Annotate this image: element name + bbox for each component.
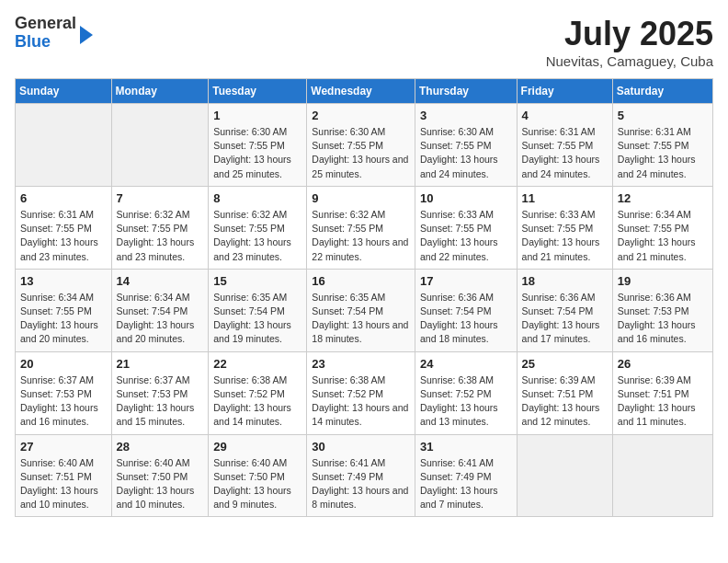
weekday-header-sunday: Sunday — [16, 79, 112, 104]
day-info: Sunrise: 6:40 AMSunset: 7:50 PMDaylight:… — [213, 456, 301, 512]
logo-general: General — [15, 14, 76, 32]
day-info: Sunrise: 6:34 AMSunset: 7:55 PMDaylight:… — [618, 208, 708, 264]
day-info: Sunrise: 6:37 AMSunset: 7:53 PMDaylight:… — [117, 373, 204, 430]
day-number: 7 — [117, 191, 204, 205]
weekday-header-saturday: Saturday — [612, 79, 712, 104]
day-info: Sunrise: 6:34 AMSunset: 7:54 PMDaylight:… — [117, 291, 204, 347]
day-info: Sunrise: 6:35 AMSunset: 7:54 PMDaylight:… — [213, 291, 301, 347]
day-cell: 16Sunrise: 6:35 AMSunset: 7:54 PMDayligh… — [307, 269, 415, 351]
logo-blue: Blue — [15, 32, 51, 51]
day-cell: 27Sunrise: 6:40 AMSunset: 7:51 PMDayligh… — [16, 434, 112, 517]
day-cell: 18Sunrise: 6:36 AMSunset: 7:54 PMDayligh… — [517, 269, 612, 351]
day-cell: 24Sunrise: 6:38 AMSunset: 7:52 PMDayligh… — [415, 351, 517, 434]
weekday-header-friday: Friday — [517, 79, 612, 104]
weekday-header-wednesday: Wednesday — [307, 79, 415, 104]
location-subtitle: Nuevitas, Camaguey, Cuba — [546, 53, 713, 69]
day-number: 4 — [522, 109, 608, 122]
day-number: 11 — [522, 191, 608, 205]
day-info: Sunrise: 6:32 AMSunset: 7:55 PMDaylight:… — [213, 208, 301, 264]
week-row-5: 27Sunrise: 6:40 AMSunset: 7:51 PMDayligh… — [16, 434, 713, 517]
day-cell — [612, 434, 712, 517]
day-cell: 13Sunrise: 6:34 AMSunset: 7:55 PMDayligh… — [16, 269, 112, 351]
day-number: 13 — [20, 274, 107, 288]
day-cell: 11Sunrise: 6:33 AMSunset: 7:55 PMDayligh… — [517, 186, 612, 269]
day-number: 31 — [420, 440, 512, 454]
day-cell: 12Sunrise: 6:34 AMSunset: 7:55 PMDayligh… — [612, 186, 712, 269]
day-info: Sunrise: 6:32 AMSunset: 7:55 PMDaylight:… — [312, 208, 410, 264]
day-info: Sunrise: 6:31 AMSunset: 7:55 PMDaylight:… — [20, 208, 107, 264]
month-title: July 2025 — [546, 15, 713, 53]
weekday-header-monday: Monday — [111, 79, 209, 104]
day-info: Sunrise: 6:30 AMSunset: 7:55 PMDaylight:… — [420, 125, 512, 181]
day-number: 17 — [420, 274, 512, 288]
day-cell: 26Sunrise: 6:39 AMSunset: 7:51 PMDayligh… — [612, 351, 712, 434]
day-cell: 4Sunrise: 6:31 AMSunset: 7:55 PMDaylight… — [517, 104, 612, 187]
day-number: 10 — [420, 191, 512, 205]
day-number: 26 — [618, 357, 708, 371]
day-number: 22 — [213, 357, 301, 371]
day-cell — [517, 434, 612, 517]
day-cell: 2Sunrise: 6:30 AMSunset: 7:55 PMDaylight… — [307, 104, 415, 187]
day-cell: 6Sunrise: 6:31 AMSunset: 7:55 PMDaylight… — [16, 186, 112, 269]
day-cell — [111, 104, 209, 187]
weekday-header-thursday: Thursday — [415, 79, 517, 104]
day-number: 8 — [213, 191, 301, 205]
day-cell: 28Sunrise: 6:40 AMSunset: 7:50 PMDayligh… — [111, 434, 209, 517]
day-info: Sunrise: 6:36 AMSunset: 7:54 PMDaylight:… — [420, 291, 512, 347]
week-row-4: 20Sunrise: 6:37 AMSunset: 7:53 PMDayligh… — [16, 351, 713, 434]
day-info: Sunrise: 6:33 AMSunset: 7:55 PMDaylight:… — [522, 208, 608, 264]
day-info: Sunrise: 6:41 AMSunset: 7:49 PMDaylight:… — [312, 456, 410, 512]
day-cell: 9Sunrise: 6:32 AMSunset: 7:55 PMDaylight… — [307, 186, 415, 269]
day-info: Sunrise: 6:40 AMSunset: 7:50 PMDaylight:… — [117, 456, 204, 512]
day-cell: 25Sunrise: 6:39 AMSunset: 7:51 PMDayligh… — [517, 351, 612, 434]
day-number: 21 — [117, 357, 204, 371]
day-cell: 3Sunrise: 6:30 AMSunset: 7:55 PMDaylight… — [415, 104, 517, 187]
day-info: Sunrise: 6:41 AMSunset: 7:49 PMDaylight:… — [420, 456, 512, 512]
day-info: Sunrise: 6:36 AMSunset: 7:54 PMDaylight:… — [522, 291, 608, 347]
day-number: 18 — [522, 274, 608, 288]
page-header: General Blue July 2025 Nuevitas, Camague… — [15, 15, 713, 69]
week-row-3: 13Sunrise: 6:34 AMSunset: 7:55 PMDayligh… — [16, 269, 713, 351]
calendar-table: SundayMondayTuesdayWednesdayThursdayFrid… — [15, 78, 713, 517]
day-number: 16 — [312, 274, 410, 288]
day-number: 12 — [618, 191, 708, 205]
day-number: 14 — [117, 274, 204, 288]
day-cell: 15Sunrise: 6:35 AMSunset: 7:54 PMDayligh… — [209, 269, 307, 351]
day-info: Sunrise: 6:40 AMSunset: 7:51 PMDaylight:… — [20, 456, 107, 512]
day-cell: 14Sunrise: 6:34 AMSunset: 7:54 PMDayligh… — [111, 269, 209, 351]
day-info: Sunrise: 6:30 AMSunset: 7:55 PMDaylight:… — [312, 125, 410, 181]
day-cell: 20Sunrise: 6:37 AMSunset: 7:53 PMDayligh… — [16, 351, 112, 434]
day-number: 25 — [522, 357, 608, 371]
day-number: 19 — [618, 274, 708, 288]
day-cell: 8Sunrise: 6:32 AMSunset: 7:55 PMDaylight… — [209, 186, 307, 269]
day-cell: 31Sunrise: 6:41 AMSunset: 7:49 PMDayligh… — [415, 434, 517, 517]
day-info: Sunrise: 6:31 AMSunset: 7:55 PMDaylight:… — [522, 125, 608, 181]
day-cell: 23Sunrise: 6:38 AMSunset: 7:52 PMDayligh… — [307, 351, 415, 434]
day-cell: 7Sunrise: 6:32 AMSunset: 7:55 PMDaylight… — [111, 186, 209, 269]
day-info: Sunrise: 6:31 AMSunset: 7:55 PMDaylight:… — [618, 125, 708, 181]
day-info: Sunrise: 6:30 AMSunset: 7:55 PMDaylight:… — [213, 125, 301, 181]
day-info: Sunrise: 6:36 AMSunset: 7:53 PMDaylight:… — [618, 291, 708, 347]
day-info: Sunrise: 6:38 AMSunset: 7:52 PMDaylight:… — [213, 373, 301, 430]
day-number: 23 — [312, 357, 410, 371]
day-cell: 10Sunrise: 6:33 AMSunset: 7:55 PMDayligh… — [415, 186, 517, 269]
day-cell: 5Sunrise: 6:31 AMSunset: 7:55 PMDaylight… — [612, 104, 712, 187]
week-row-2: 6Sunrise: 6:31 AMSunset: 7:55 PMDaylight… — [16, 186, 713, 269]
day-number: 9 — [312, 191, 410, 205]
day-number: 1 — [213, 109, 301, 122]
day-info: Sunrise: 6:34 AMSunset: 7:55 PMDaylight:… — [20, 291, 107, 347]
day-cell: 22Sunrise: 6:38 AMSunset: 7:52 PMDayligh… — [209, 351, 307, 434]
day-number: 3 — [420, 109, 512, 122]
day-info: Sunrise: 6:37 AMSunset: 7:53 PMDaylight:… — [20, 373, 107, 430]
day-number: 30 — [312, 440, 410, 454]
day-cell: 21Sunrise: 6:37 AMSunset: 7:53 PMDayligh… — [111, 351, 209, 434]
day-cell: 1Sunrise: 6:30 AMSunset: 7:55 PMDaylight… — [209, 104, 307, 187]
day-number: 29 — [213, 440, 301, 454]
day-cell: 29Sunrise: 6:40 AMSunset: 7:50 PMDayligh… — [209, 434, 307, 517]
weekday-header-tuesday: Tuesday — [209, 79, 307, 104]
week-row-1: 1Sunrise: 6:30 AMSunset: 7:55 PMDaylight… — [16, 104, 713, 187]
day-number: 15 — [213, 274, 301, 288]
day-number: 5 — [618, 109, 708, 122]
day-number: 27 — [20, 440, 107, 454]
day-info: Sunrise: 6:33 AMSunset: 7:55 PMDaylight:… — [420, 208, 512, 264]
